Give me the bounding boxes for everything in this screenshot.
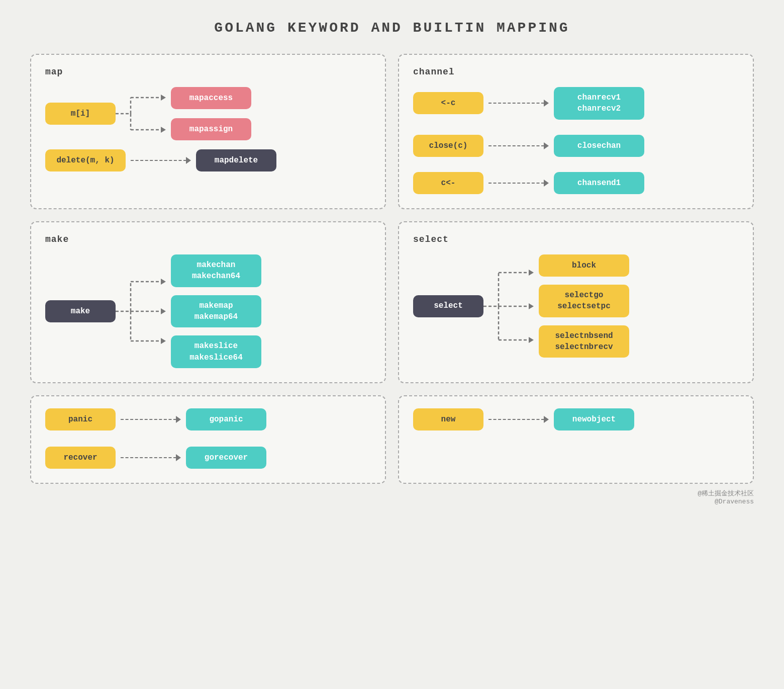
make-label: make — [45, 234, 371, 244]
node-c-send: c<- — [413, 172, 483, 194]
node-make: make — [45, 300, 116, 322]
node-close-c: close(c) — [413, 135, 483, 157]
arrow-mapdelete — [131, 157, 191, 164]
node-mi: m[i] — [45, 103, 116, 125]
node-chanrecv: chanrecv1 chanrecv2 — [554, 87, 644, 120]
node-makemap: makemap makemap64 — [171, 295, 261, 328]
arrow-chansend — [488, 180, 549, 187]
channel-row-1: close(c) closechan — [413, 135, 739, 157]
node-selectgo: selectgo selectsetpc — [539, 285, 629, 317]
fork-arrow-make — [116, 269, 171, 354]
channel-row-0: <-c chanrecv1 chanrecv2 — [413, 87, 739, 120]
node-newobject: newobject — [554, 408, 634, 430]
node-block: block — [539, 254, 629, 277]
svg-marker-21 — [529, 303, 534, 309]
node-gorecover: gorecover — [186, 447, 266, 469]
svg-marker-15 — [161, 338, 166, 344]
channel-row-2: c<- chansend1 — [413, 172, 739, 194]
svg-marker-24 — [529, 337, 534, 343]
node-recover: recover — [45, 447, 116, 469]
select-label: select — [413, 234, 739, 244]
node-panic: panic — [45, 408, 116, 430]
channel-section: channel <-c chanrecv1 chanrecv2 close(c)… — [398, 54, 754, 209]
panic-recover-layout: panic gopanic recover gorecover — [45, 408, 371, 469]
node-new: new — [413, 408, 483, 430]
node-mapassign: mapassign — [171, 118, 251, 140]
map-label: map — [45, 67, 371, 77]
node-makeslice: makeslice makeslice64 — [171, 335, 261, 368]
fork-arrow-mi — [116, 89, 171, 139]
channel-label: channel — [413, 67, 739, 77]
new-row: new newobject — [413, 408, 739, 430]
panic-row: panic gopanic — [45, 408, 371, 430]
main-title: GOLANG KEYWORD AND BUILTIN MAPPING — [214, 20, 569, 36]
map-section: map m[i] mapaccess mapassign de — [30, 54, 386, 209]
node-select: select — [413, 295, 483, 317]
node-mapdelete: mapdelete — [196, 149, 276, 171]
arrow-newobject — [488, 416, 549, 423]
panic-recover-section: panic gopanic recover gorecover — [30, 395, 386, 484]
node-selectnb: selectnbsend selectnbrecv — [539, 325, 629, 358]
watermark-line2: @Draveness — [30, 498, 754, 505]
node-closechan: closechan — [554, 135, 644, 157]
svg-marker-6 — [161, 127, 166, 133]
arrow-gorecover — [121, 454, 181, 461]
watermark-line1: @稀土掘金技术社区 — [30, 489, 754, 498]
node-gopanic: gopanic — [186, 408, 266, 430]
svg-marker-12 — [161, 308, 166, 314]
arrow-gopanic — [121, 416, 181, 423]
arrow-chanrecv — [488, 100, 549, 107]
node-chansend: chansend1 — [554, 172, 644, 194]
svg-marker-3 — [161, 95, 166, 101]
select-section: select select block selectgo selectse — [398, 221, 754, 383]
node-makechan: makechan makechan64 — [171, 254, 261, 287]
make-section: make make makechan makechan64 — [30, 221, 386, 383]
new-layout: new newobject — [413, 408, 739, 430]
svg-marker-10 — [161, 279, 166, 285]
recover-row: recover gorecover — [45, 447, 371, 469]
node-delete: delete(m, k) — [45, 149, 126, 171]
channel-layout: <-c chanrecv1 chanrecv2 close(c) closech… — [413, 87, 739, 194]
node-recv-c: <-c — [413, 92, 483, 114]
svg-marker-19 — [529, 270, 534, 276]
node-mapaccess: mapaccess — [171, 87, 251, 109]
new-section: new newobject — [398, 395, 754, 484]
fork-arrow-select — [483, 259, 539, 354]
watermark: @稀土掘金技术社区 @Draveness — [30, 489, 754, 505]
arrow-closechan — [488, 142, 549, 149]
